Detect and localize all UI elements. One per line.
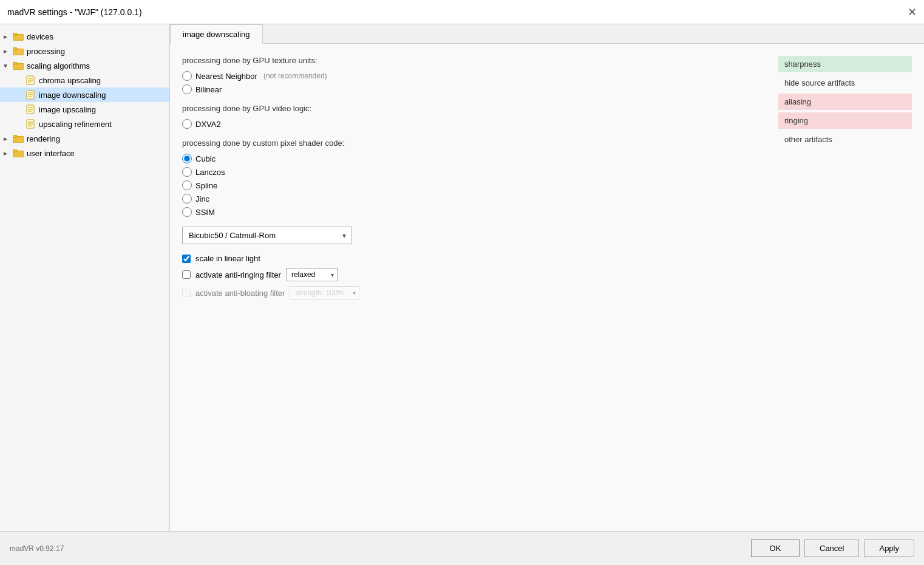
rendering-folder-icon bbox=[12, 133, 24, 144]
cubic-radio[interactable] bbox=[182, 154, 192, 163]
legend-other-artifacts: other artifacts bbox=[778, 131, 912, 148]
right-panel: image downscaling processing done by GPU… bbox=[170, 24, 924, 531]
scaling-algorithms-arrow-icon: ▼ bbox=[2, 63, 12, 69]
sidebar-item-image-downscaling[interactable]: image downscaling bbox=[0, 87, 169, 102]
title-bar: madVR settings - "WJF" (127.0.0.1) ✕ bbox=[0, 0, 924, 24]
sidebar-item-chroma-upscaling[interactable]: chroma upscaling bbox=[0, 73, 169, 87]
anti-bloating-label: activate anti-bloating filter bbox=[195, 289, 285, 298]
apply-button[interactable]: Apply bbox=[864, 539, 914, 557]
anti-bloating-checkbox[interactable] bbox=[182, 289, 191, 297]
settings-section: processing done by GPU texture units: Ne… bbox=[182, 56, 754, 519]
sidebar-item-image-upscaling[interactable]: image upscaling bbox=[0, 102, 169, 117]
cubic-option[interactable]: Cubic bbox=[182, 154, 754, 163]
sidebar-item-rendering[interactable]: ► rendering bbox=[0, 131, 169, 146]
chroma-upscaling-label: chroma upscaling bbox=[39, 76, 101, 85]
rendering-label: rendering bbox=[27, 134, 60, 143]
algorithm-dropdown[interactable]: Bicubic50 / Catmull-Rom Bicubic75 Bicubi… bbox=[182, 227, 352, 244]
processing-arrow-icon: ► bbox=[2, 48, 12, 55]
bilinear-label: Bilinear bbox=[195, 85, 222, 94]
processing-folder-icon bbox=[12, 46, 24, 56]
scaling-algorithms-folder-icon bbox=[12, 60, 24, 71]
scaling-algorithms-label: scaling algorithms bbox=[27, 61, 90, 70]
gpu-video-title: processing done by GPU video logic: bbox=[182, 104, 754, 113]
cancel-button[interactable]: Cancel bbox=[804, 539, 859, 557]
sidebar-item-processing[interactable]: ► processing bbox=[0, 44, 169, 58]
anti-bloating-label-item[interactable]: activate anti-bloating filter bbox=[182, 289, 285, 298]
chroma-upscaling-arrow-icon bbox=[15, 77, 24, 84]
ssim-label: SSIM bbox=[195, 208, 215, 217]
sidebar-item-user-interface[interactable]: ► user interface bbox=[0, 146, 169, 160]
scale-linear-light-checkbox[interactable] bbox=[182, 255, 191, 263]
upscaling-refinement-label: upscaling refinement bbox=[39, 120, 112, 129]
image-upscaling-label: image upscaling bbox=[39, 105, 96, 114]
anti-ringing-select[interactable]: relaxed moderate strict bbox=[286, 268, 338, 281]
legend-ringing: ringing bbox=[778, 112, 912, 129]
sidebar-item-devices[interactable]: ► devices bbox=[0, 29, 169, 44]
chroma-upscaling-folder-icon bbox=[24, 75, 36, 86]
sidebar: ► devices ► processing ▼ scaling algorit… bbox=[0, 24, 170, 531]
anti-ringing-label: activate anti-ringing filter bbox=[195, 270, 281, 279]
upscaling-refinement-folder-icon bbox=[24, 118, 36, 129]
devices-folder-icon bbox=[12, 31, 24, 42]
devices-arrow-icon: ► bbox=[2, 33, 12, 40]
scale-linear-light-item[interactable]: scale in linear light bbox=[182, 254, 754, 263]
anti-ringing-checkbox[interactable] bbox=[182, 270, 191, 279]
anti-ringing-label-item[interactable]: activate anti-ringing filter bbox=[182, 270, 281, 279]
gpu-texture-title: processing done by GPU texture units: bbox=[182, 56, 754, 65]
gpu-video-radio-group: DXVA2 bbox=[182, 119, 754, 129]
legend-sharpness: sharpness bbox=[778, 56, 912, 72]
sidebar-item-upscaling-refinement[interactable]: upscaling refinement bbox=[0, 117, 169, 131]
svg-rect-1 bbox=[13, 33, 17, 36]
jinc-option[interactable]: Jinc bbox=[182, 194, 754, 204]
tab-image-downscaling[interactable]: image downscaling bbox=[170, 24, 263, 44]
svg-rect-3 bbox=[13, 48, 17, 50]
lanczos-option[interactable]: Lanczos bbox=[182, 167, 754, 177]
lanczos-label: Lanczos bbox=[195, 168, 225, 177]
gpu-texture-radio-group: Nearest Neighbor (not recommended) Bilin… bbox=[182, 71, 754, 94]
tab-bar: image downscaling bbox=[170, 24, 924, 44]
pixel-shader-radio-group: Cubic Lanczos Spline Jinc bbox=[182, 154, 754, 217]
legend-panel: sharpness hide source artifacts aliasing… bbox=[778, 56, 912, 519]
legend-aliasing: aliasing bbox=[778, 94, 912, 110]
version-label: madVR v0.92.17 bbox=[10, 544, 64, 553]
jinc-label: Jinc bbox=[195, 194, 209, 204]
sidebar-item-scaling-algorithms[interactable]: ▼ scaling algorithms bbox=[0, 58, 169, 73]
svg-rect-25 bbox=[13, 150, 17, 152]
button-group: OK Cancel Apply bbox=[751, 539, 914, 557]
spline-radio[interactable] bbox=[182, 180, 192, 190]
image-downscaling-folder-icon bbox=[24, 89, 36, 100]
rendering-arrow-icon: ► bbox=[2, 135, 12, 142]
legend-hide-source-artifacts: hide source artifacts bbox=[778, 75, 912, 91]
cubic-label: Cubic bbox=[195, 154, 216, 163]
pixel-shader-title: processing done by custom pixel shader c… bbox=[182, 139, 754, 148]
spline-label: Spline bbox=[195, 181, 217, 190]
nearest-neighbor-label: Nearest Neighbor bbox=[195, 72, 257, 81]
bottom-bar: madVR v0.92.17 OK Cancel Apply bbox=[0, 531, 924, 565]
jinc-radio[interactable] bbox=[182, 194, 192, 204]
ssim-option[interactable]: SSIM bbox=[182, 207, 754, 217]
image-upscaling-folder-icon bbox=[24, 104, 36, 115]
image-downscaling-arrow-icon bbox=[15, 92, 24, 98]
nearest-neighbor-note: (not recommended) bbox=[263, 72, 327, 80]
checkbox-group: scale in linear light activate anti-ring… bbox=[182, 254, 754, 300]
anti-bloating-select[interactable]: strength: 100% strength: 75% strength: 5… bbox=[290, 286, 359, 300]
user-interface-folder-icon bbox=[12, 148, 24, 159]
upscaling-refinement-arrow-icon bbox=[15, 121, 24, 128]
image-upscaling-arrow-icon bbox=[15, 106, 24, 113]
window-title: madVR settings - "WJF" (127.0.0.1) bbox=[7, 7, 142, 17]
close-button[interactable]: ✕ bbox=[908, 7, 917, 18]
bilinear-radio[interactable] bbox=[182, 84, 192, 94]
dxva2-radio[interactable] bbox=[182, 119, 192, 129]
nearest-neighbor-option[interactable]: Nearest Neighbor (not recommended) bbox=[182, 71, 754, 81]
ssim-radio[interactable] bbox=[182, 207, 192, 217]
user-interface-label: user interface bbox=[27, 149, 75, 158]
anti-bloating-item: activate anti-bloating filter strength: … bbox=[182, 286, 754, 300]
lanczos-radio[interactable] bbox=[182, 167, 192, 177]
nearest-neighbor-radio[interactable] bbox=[182, 71, 192, 81]
ok-button[interactable]: OK bbox=[751, 539, 800, 557]
anti-ringing-item: activate anti-ringing filter relaxed mod… bbox=[182, 268, 754, 281]
dxva2-option[interactable]: DXVA2 bbox=[182, 119, 754, 129]
spline-option[interactable]: Spline bbox=[182, 180, 754, 190]
bilinear-option[interactable]: Bilinear bbox=[182, 84, 754, 94]
scale-linear-light-label: scale in linear light bbox=[195, 254, 260, 263]
